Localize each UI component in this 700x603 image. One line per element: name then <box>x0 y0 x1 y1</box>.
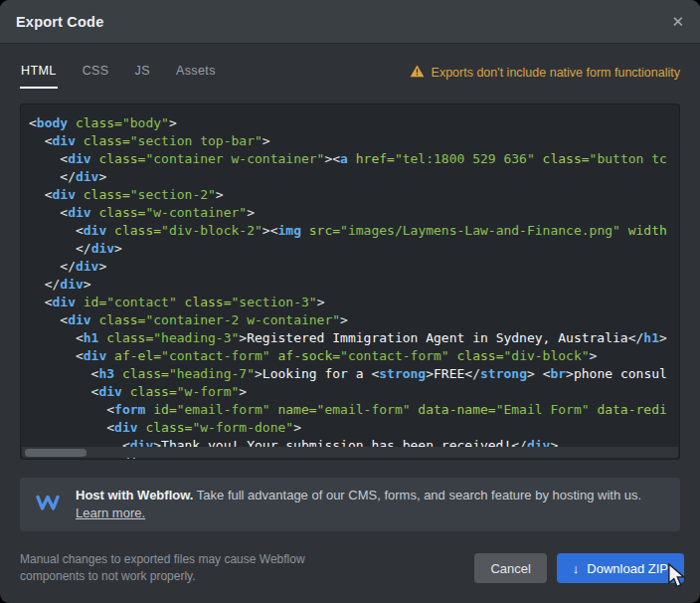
warning-text: Exports don't include native form functi… <box>432 66 680 80</box>
code-editor[interactable]: <body class="body"> <div class="section … <box>20 103 680 460</box>
dialog-header: Export Code ✕ <box>0 0 700 44</box>
download-zip-button[interactable]: ↓ Download ZIP <box>557 553 684 583</box>
code-line: <div class="div-block-2"><img src="image… <box>29 222 679 240</box>
code-line: </div> <box>29 258 679 276</box>
footer-disclaimer: Manual changes to exported files may cau… <box>20 551 305 585</box>
horizontal-scrollbar[interactable] <box>22 447 678 458</box>
code-line: </div> <box>29 240 679 258</box>
download-label: Download ZIP <box>587 561 668 576</box>
learn-more-link[interactable]: Learn more. <box>76 505 145 520</box>
warning-triangle-icon <box>410 65 425 81</box>
banner-bold-text: Host with Webflow. <box>76 488 193 502</box>
cancel-button[interactable]: Cancel <box>474 553 546 583</box>
scrollbar-thumb[interactable] <box>25 449 87 457</box>
code-line: <div class="container-2 w-container"> <box>29 311 679 329</box>
code-line: <div class="container w-container"><a hr… <box>29 150 679 168</box>
code-line: <div class="section top-bar"> <box>29 132 679 150</box>
banner-text: Host with Webflow. Take full advantage o… <box>76 487 641 522</box>
export-code-dialog: Export Code ✕ HTML CSS JS Assets Exports… <box>0 0 700 603</box>
tab-html[interactable]: HTML <box>20 58 58 89</box>
code-line: <body class="body"> <box>29 114 679 132</box>
footer-buttons: Cancel ↓ Download ZIP <box>474 553 684 583</box>
download-icon: ↓ <box>573 561 580 576</box>
code-line: <h1 class="heading-3">Registered Immigra… <box>29 329 679 347</box>
code-line: <div af-el="contact-form" af-sock="conta… <box>29 347 679 365</box>
tab-assets[interactable]: Assets <box>175 58 217 89</box>
code-line: <div class="section-2"> <box>29 186 679 204</box>
form-functionality-warning: Exports don't include native form functi… <box>410 65 680 81</box>
code-line: <div class="w-container"> <box>29 204 679 222</box>
close-icon[interactable]: ✕ <box>671 14 684 29</box>
code-line: <div id="contact" class="section-3"> <box>29 294 679 311</box>
code-line: <div class="w-form"> <box>29 383 679 401</box>
code-line: <div class="w-form-done"> <box>29 419 679 437</box>
tab-bar: HTML CSS JS Assets Exports don't include… <box>20 56 680 90</box>
webflow-logo-icon <box>36 495 60 515</box>
tab-css[interactable]: CSS <box>82 58 110 89</box>
dialog-title: Export Code <box>16 14 103 30</box>
tab-js[interactable]: JS <box>134 58 151 89</box>
banner-body-text: Take full advantage of our CMS, forms, a… <box>193 488 641 502</box>
code-line: <form id="email-form" name="email-form" … <box>29 401 679 419</box>
code-line: <h3 class="heading-7">Looking for a <str… <box>29 365 679 383</box>
code-line: </div> <box>29 168 679 186</box>
disclaimer-line-2: components to not work properly. <box>20 568 305 585</box>
code-content: <body class="body"> <div class="section … <box>21 104 679 460</box>
host-with-webflow-banner: Host with Webflow. Take full advantage o… <box>20 478 680 531</box>
disclaimer-line-1: Manual changes to exported files may cau… <box>20 551 305 568</box>
code-line: </div> <box>29 276 679 294</box>
